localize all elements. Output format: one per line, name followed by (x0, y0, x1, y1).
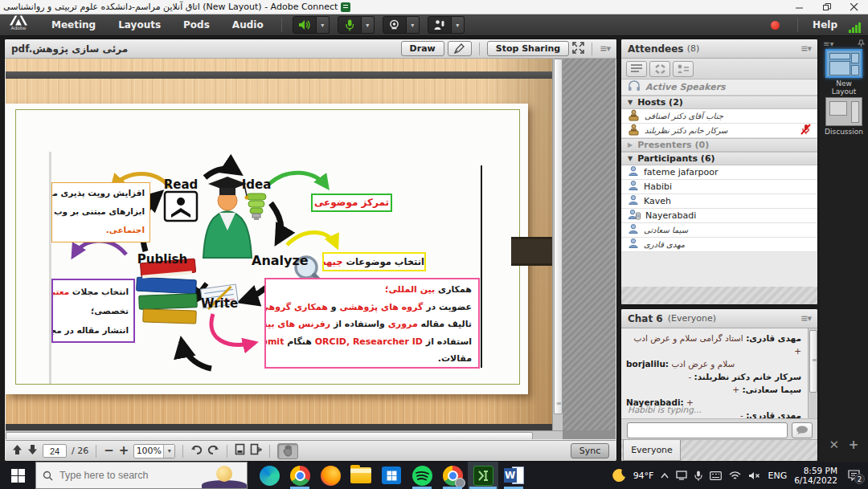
taskbar-store-icon[interactable] (376, 462, 407, 489)
taskbar-firefox-icon[interactable] (315, 462, 346, 489)
connection-signal-icon[interactable] (849, 18, 862, 33)
menu-audio[interactable]: Audio (221, 14, 275, 36)
chat-scrollbar-thumb[interactable] (809, 330, 817, 393)
arc-write-to-collab (211, 314, 255, 344)
fullscreen-icon[interactable] (572, 42, 584, 56)
page-up-icon[interactable] (12, 443, 23, 458)
menu-layouts[interactable]: Layouts (107, 14, 172, 36)
taskbar-search[interactable] (35, 462, 248, 489)
attendees-resize-area[interactable] (621, 287, 817, 304)
stop-sharing-button[interactable]: Stop Sharing (487, 41, 570, 56)
layout-label: New Layout (832, 79, 857, 96)
vertical-scrollbar[interactable] (552, 59, 563, 430)
attendee-row[interactable]: Kaveh (621, 194, 817, 209)
sync-button[interactable]: Sync (571, 443, 609, 458)
wifi-icon[interactable] (729, 471, 741, 480)
tray-chevron-icon[interactable] (661, 473, 669, 479)
attendee-row[interactable]: Habibi (621, 180, 817, 194)
language-indicator[interactable]: ENG (768, 471, 787, 481)
menu-meeting[interactable]: Meeting (40, 14, 107, 36)
chat-message: سرکار خانم دکتر نظربلند: - (626, 370, 801, 383)
tray-keyboard-icon[interactable] (710, 471, 722, 480)
webcam-dropdown[interactable]: ▾ (407, 16, 420, 34)
webcam-icon[interactable] (383, 16, 407, 34)
fit-width-icon[interactable] (250, 443, 262, 458)
list-view-icon[interactable] (626, 61, 647, 77)
mic-icon[interactable] (338, 16, 362, 34)
close-pod-icon[interactable]: ✕ (829, 438, 840, 452)
attendees-pod-menu-icon[interactable]: ≡▾ (800, 43, 811, 54)
clock[interactable]: 8:59 PM 6/14/2022 (794, 466, 837, 485)
horizontal-scrollbar[interactable] (6, 430, 563, 439)
mic-dropdown[interactable]: ▾ (362, 16, 375, 34)
zoom-dropdown-icon[interactable]: ▾ (163, 445, 174, 458)
chat-message-input[interactable] (627, 422, 788, 438)
chat-pod-menu-icon[interactable]: ≡▾ (800, 313, 811, 324)
mic-toggle[interactable]: ▾ (338, 16, 375, 34)
participants-section-header[interactable]: ▼ Participants (6) (621, 152, 817, 165)
horizontal-scrollbar-thumb[interactable] (6, 432, 533, 439)
status-view-icon[interactable] (673, 61, 694, 77)
draw-button[interactable]: Draw (401, 41, 444, 56)
taskbar-chrome-profile-icon[interactable] (437, 462, 468, 489)
zoom-out-icon[interactable]: − (104, 445, 114, 457)
discussion-thumbnail[interactable] (825, 97, 862, 126)
taskbar-adobe-connect-icon[interactable] (468, 462, 498, 489)
speaker-icon[interactable] (293, 16, 317, 34)
attendee-row[interactable]: fateme jafarpoor (621, 165, 817, 180)
volume-muted-icon[interactable] (748, 471, 760, 480)
presenters-section-header[interactable]: ▶ Presenters (0) (621, 138, 817, 152)
zoom-level-select[interactable]: 100% ▾ (133, 444, 175, 458)
layout-new-layout[interactable]: New Layout (825, 49, 863, 96)
redo-icon[interactable] (207, 443, 219, 458)
chat-scrollbar[interactable] (808, 328, 817, 418)
raise-hand-icon[interactable] (428, 16, 452, 34)
notifications-icon[interactable]: 2 (848, 470, 860, 481)
tab-everyone[interactable]: Everyone (623, 440, 681, 461)
taskbar-file-explorer-icon[interactable] (346, 462, 376, 489)
attendee-row[interactable]: مهدی قادری (621, 238, 817, 252)
sidebar-menu-icon[interactable]: ≡▾ (823, 39, 833, 49)
attendee-row[interactable]: سیما سعادتی (621, 223, 817, 238)
pan-tool-button[interactable] (277, 443, 298, 459)
share-pod-menu-icon[interactable]: ≡▾ (600, 43, 610, 54)
minimize-icon[interactable] (786, 0, 813, 14)
fit-page-icon[interactable] (235, 443, 245, 458)
weather-moon-icon[interactable] (612, 469, 626, 483)
webcam-toggle[interactable]: ▾ (383, 16, 420, 34)
active-speakers-row: Active Speakers (621, 79, 817, 96)
undo-icon[interactable] (190, 443, 203, 458)
search-input[interactable] (59, 470, 188, 481)
attendee-row[interactable]: Nayerabadi (621, 209, 817, 223)
menu-pods[interactable]: Pods (172, 14, 221, 36)
vertical-scrollbar-thumb[interactable] (554, 59, 563, 414)
attendee-row[interactable]: جناب آقای دکتر اصنافی (621, 109, 817, 124)
grid-view-icon[interactable] (649, 61, 670, 77)
taskbar-edge-icon[interactable] (254, 462, 285, 489)
page-down-icon[interactable] (27, 443, 38, 458)
layout-discussion[interactable]: Discussion (825, 97, 863, 136)
pin-icon[interactable] (858, 39, 865, 49)
taskbar-chrome-icon[interactable] (285, 462, 315, 489)
status-toggle[interactable]: ▾ (428, 16, 465, 34)
start-button[interactable] (0, 462, 35, 489)
pointer-pen-button[interactable] (448, 41, 472, 56)
restore-icon[interactable] (813, 0, 841, 14)
tray-mic-icon[interactable] (694, 471, 702, 481)
zoom-in-icon[interactable]: + (119, 445, 129, 457)
taskbar-spotify-icon[interactable] (407, 462, 437, 489)
send-message-button[interactable] (792, 422, 813, 438)
speaker-dropdown[interactable]: ▾ (317, 16, 330, 34)
speaker-toggle[interactable]: ▾ (293, 16, 330, 34)
taskbar-word-icon[interactable]: W (498, 462, 529, 489)
temperature-label[interactable]: 94°F (633, 471, 654, 481)
add-pod-icon[interactable]: + (849, 438, 859, 452)
help-menu[interactable]: Help (813, 19, 837, 31)
close-icon[interactable] (841, 0, 868, 14)
new-layout-thumbnail[interactable] (825, 49, 862, 78)
tray-device-icon[interactable] (676, 471, 687, 480)
hosts-section-header[interactable]: ▼ Hosts (2) (621, 96, 817, 109)
attendee-row[interactable]: سرکار خانم دکتر نظربلند (621, 124, 817, 138)
page-number-input[interactable] (43, 444, 67, 458)
status-dropdown[interactable]: ▾ (452, 16, 465, 34)
